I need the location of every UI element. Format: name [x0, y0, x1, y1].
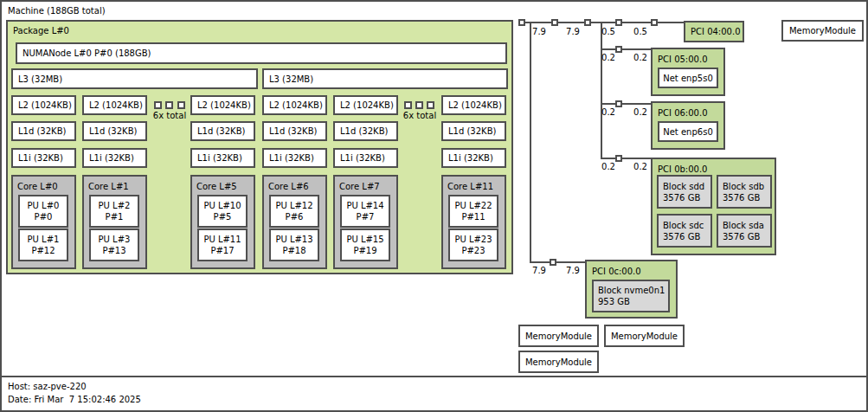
block-device-name: Block sdc: [663, 220, 710, 231]
pu-label: PU L#1: [28, 234, 60, 245]
bridge-square-icon: [518, 19, 525, 26]
l3-cache-label: L3 (32MB): [18, 74, 62, 84]
pu-box: PU L#11 P#17: [197, 229, 248, 261]
pu-box: PU L#22 P#11: [448, 195, 498, 228]
memory-module-label: MemoryModule: [525, 357, 592, 367]
bridge-square-icon: [551, 19, 558, 26]
pci-link-line: [530, 22, 531, 263]
block-device-box: Block sdc 3576 GB: [657, 214, 712, 248]
memory-module-box: MemoryModule: [604, 325, 685, 347]
l2-cache-box: L2 (1024KB): [441, 95, 506, 115]
numanode-label: NUMANode L#0 P#0 (188GB): [23, 48, 151, 58]
block-device-name: Block sdd: [663, 181, 710, 192]
ellipsis-square-icon: [415, 101, 423, 109]
l3-cache-box: L3 (32MB): [262, 68, 508, 89]
ellipsis-square-icon: [404, 101, 412, 109]
pu-box: PU L#3 P#13: [89, 229, 139, 261]
block-device-size: 3576 GB: [723, 231, 770, 242]
link-speed-label: 0.5: [599, 27, 618, 37]
core-box: Core L#11 PU L#22 P#11 PU L#23 P#23: [441, 175, 506, 269]
pu-os-index: P#23: [461, 245, 485, 256]
l2-cache-label: L2 (1024KB): [448, 100, 502, 110]
pu-label: PU L#2: [99, 200, 131, 211]
l1d-cache-label: L1d (32KB): [18, 126, 66, 136]
memory-module-box: MemoryModule: [518, 325, 599, 347]
pu-box: PU L#15 P#19: [340, 229, 390, 261]
net-device-box: Net enp6s0: [658, 121, 718, 142]
link-speed-label: 0.2: [631, 53, 650, 63]
core-label: Core L#6: [268, 181, 309, 192]
net-device-label: Net enp6s0: [663, 127, 713, 137]
pu-os-index: P#12: [31, 245, 55, 256]
pu-label: PU L#11: [203, 234, 241, 245]
pu-label: PU L#10: [203, 200, 241, 211]
l2-cache-box: L2 (1024KB): [333, 95, 398, 115]
pu-label: PU L#23: [454, 234, 492, 245]
machine-label: Machine (188GB total): [8, 5, 106, 16]
l1i-cache-box: L1i (32KB): [333, 148, 398, 168]
l1i-cache-label: L1i (32KB): [18, 153, 63, 163]
block-device-size: 3576 GB: [663, 192, 710, 203]
l1d-cache-box: L1d (32KB): [333, 121, 398, 141]
l1d-cache-label: L1d (32KB): [197, 126, 245, 136]
pu-box: PU L#10 P#5: [197, 195, 248, 228]
pci-device-box: PCI 0b:00.0 Block sdd 3576 GB Block sdb …: [651, 158, 776, 255]
pci-link-line: [601, 103, 651, 105]
pu-os-index: P#5: [214, 211, 232, 222]
l2-cache-label: L2 (1024KB): [197, 100, 251, 110]
pu-os-index: P#13: [102, 245, 125, 256]
l1d-cache-label: L1d (32KB): [448, 126, 496, 136]
block-device-box: Block sdd 3576 GB: [657, 175, 712, 209]
bridge-square-icon: [615, 46, 622, 53]
link-speed-label: 0.2: [599, 53, 618, 63]
l3-cache-label: L3 (32MB): [269, 74, 313, 84]
pu-box: PU L#1 P#12: [18, 229, 68, 261]
l2-cache-box: L2 (1024KB): [262, 95, 327, 115]
l1i-cache-label: L1i (32KB): [340, 153, 385, 163]
pu-box: PU L#14 P#7: [340, 195, 390, 228]
bridge-square-icon: [615, 155, 622, 162]
l1d-cache-label: L1d (32KB): [89, 126, 137, 136]
pci-device-box: PCI 0c:00.0 Block nvme0n1 953 GB: [585, 260, 678, 319]
pu-os-index: P#1: [106, 211, 124, 222]
core-box: Core L#5 PU L#10 P#5 PU L#11 P#17: [190, 175, 255, 269]
pu-box: PU L#2 P#1: [89, 195, 139, 228]
ellipsis-square-icon: [154, 101, 162, 109]
link-speed-label: 7.9: [530, 266, 549, 276]
legend-host: Host: saz-pve-220: [8, 381, 87, 392]
l2-cache-label: L2 (1024KB): [89, 100, 143, 110]
link-speed-label: 0.5: [631, 27, 650, 37]
ellipsis-label: 6x total: [402, 110, 438, 121]
pci-link-line: [601, 22, 602, 159]
core-box: Core L#7 PU L#14 P#7 PU L#15 P#19: [333, 175, 398, 269]
package-label: Package L#0: [13, 25, 69, 36]
pci-device-label: PCI 06:00.0: [658, 107, 708, 119]
l1i-cache-label: L1i (32KB): [269, 153, 314, 163]
bridge-square-icon: [615, 100, 622, 107]
link-speed-label: 0.2: [599, 162, 618, 172]
pci-device-box: PCI 05:00.0 Net enp5s0: [651, 48, 725, 96]
pu-os-index: P#7: [357, 211, 375, 222]
pci-device-label: PCI 05:00.0: [658, 54, 708, 65]
l2-cache-label: L2 (1024KB): [269, 100, 323, 110]
pu-label: PU L#12: [275, 200, 312, 211]
l2-cache-box: L2 (1024KB): [82, 95, 147, 115]
link-speed-label: 7.9: [563, 266, 582, 276]
core-label: Core L#5: [196, 181, 237, 192]
legend-separator: [0, 376, 868, 377]
block-device-size: 953 GB: [598, 296, 668, 307]
l1d-cache-box: L1d (32KB): [190, 121, 255, 141]
l1d-cache-label: L1d (32KB): [340, 126, 388, 136]
memory-module-label: MemoryModule: [525, 332, 592, 341]
block-device-box: Block sda 3576 GB: [717, 214, 772, 248]
l1i-cache-label: L1i (32KB): [89, 153, 134, 163]
block-device-box: Block nvme0n1 953 GB: [592, 280, 670, 312]
lstopo-topology-view: Machine (188GB total) Package L#0 NUMANo…: [0, 0, 868, 412]
numanode-box: NUMANode L#0 P#0 (188GB): [16, 42, 507, 64]
core-label: Core L#0: [17, 181, 58, 192]
l1i-cache-box: L1i (32KB): [190, 148, 255, 168]
memory-module-label: MemoryModule: [789, 26, 856, 35]
pu-os-index: P#19: [353, 245, 376, 256]
bridge-square-icon: [550, 259, 556, 266]
ellipsis-square-icon: [427, 101, 434, 109]
